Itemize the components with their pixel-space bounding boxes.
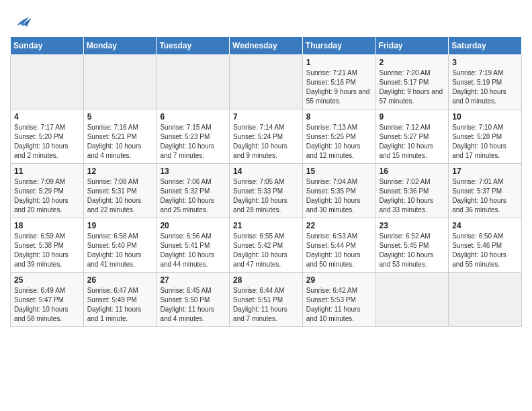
day-info: Sunrise: 6:45 AM Sunset: 5:50 PM Dayligh… [160, 286, 226, 324]
day-info: Sunrise: 6:56 AM Sunset: 5:41 PM Dayligh… [160, 232, 226, 269]
calendar-cell: 18Sunrise: 6:59 AM Sunset: 5:38 PM Dayli… [11, 218, 84, 273]
day-info: Sunrise: 6:55 AM Sunset: 5:42 PM Dayligh… [233, 232, 299, 269]
calendar-cell: 29Sunrise: 6:42 AM Sunset: 5:53 PM Dayli… [302, 273, 375, 327]
day-number: 15 [306, 167, 372, 176]
day-number: 6 [160, 112, 226, 122]
day-info: Sunrise: 7:08 AM Sunset: 5:31 PM Dayligh… [87, 177, 153, 215]
day-number: 24 [452, 221, 518, 230]
calendar-cell: 3Sunrise: 7:19 AM Sunset: 5:19 PM Daylig… [449, 55, 522, 109]
day-number: 25 [14, 275, 80, 285]
logo [10, 12, 33, 32]
calendar-cell: 8Sunrise: 7:13 AM Sunset: 5:25 PM Daylig… [302, 109, 375, 164]
calendar-week-row: 18Sunrise: 6:59 AM Sunset: 5:38 PM Dayli… [11, 218, 522, 273]
day-info: Sunrise: 7:13 AM Sunset: 5:25 PM Dayligh… [306, 123, 372, 161]
day-number: 11 [14, 167, 80, 176]
day-number: 21 [233, 221, 299, 230]
day-info: Sunrise: 6:59 AM Sunset: 5:38 PM Dayligh… [14, 232, 80, 269]
day-info: Sunrise: 7:04 AM Sunset: 5:35 PM Dayligh… [306, 177, 372, 215]
day-number: 5 [87, 112, 153, 122]
calendar-cell: 9Sunrise: 7:12 AM Sunset: 5:27 PM Daylig… [375, 109, 449, 164]
calendar-cell: 22Sunrise: 6:53 AM Sunset: 5:44 PM Dayli… [302, 218, 375, 273]
calendar-cell: 6Sunrise: 7:15 AM Sunset: 5:23 PM Daylig… [157, 109, 230, 164]
calendar-cell: 15Sunrise: 7:04 AM Sunset: 5:35 PM Dayli… [302, 164, 375, 218]
calendar-cell [11, 55, 84, 109]
day-info: Sunrise: 6:42 AM Sunset: 5:53 PM Dayligh… [306, 286, 372, 324]
day-info: Sunrise: 7:10 AM Sunset: 5:28 PM Dayligh… [452, 123, 518, 161]
day-number: 19 [87, 221, 153, 230]
day-info: Sunrise: 6:52 AM Sunset: 5:45 PM Dayligh… [380, 232, 445, 269]
day-number: 17 [452, 167, 518, 176]
day-number: 12 [87, 167, 153, 176]
calendar-cell: 16Sunrise: 7:02 AM Sunset: 5:36 PM Dayli… [375, 164, 449, 218]
day-info: Sunrise: 7:02 AM Sunset: 5:36 PM Dayligh… [380, 177, 445, 215]
day-info: Sunrise: 7:15 AM Sunset: 5:23 PM Dayligh… [160, 123, 226, 161]
calendar-cell [83, 55, 157, 109]
calendar-cell: 11Sunrise: 7:09 AM Sunset: 5:29 PM Dayli… [11, 164, 84, 218]
day-info: Sunrise: 7:01 AM Sunset: 5:37 PM Dayligh… [452, 177, 518, 215]
calendar-cell: 7Sunrise: 7:14 AM Sunset: 5:24 PM Daylig… [230, 109, 303, 164]
calendar-cell: 23Sunrise: 6:52 AM Sunset: 5:45 PM Dayli… [375, 218, 449, 273]
day-number: 26 [87, 275, 153, 285]
day-number: 29 [306, 275, 372, 285]
day-number: 20 [160, 221, 226, 230]
day-info: Sunrise: 6:49 AM Sunset: 5:47 PM Dayligh… [14, 286, 80, 324]
calendar-cell: 10Sunrise: 7:10 AM Sunset: 5:28 PM Dayli… [449, 109, 522, 164]
calendar-header-row: SundayMondayTuesdayWednesdayThursdayFrid… [11, 37, 522, 55]
day-number: 27 [160, 275, 226, 285]
calendar-cell [157, 55, 230, 109]
weekday-header: Friday [375, 37, 449, 55]
day-info: Sunrise: 6:58 AM Sunset: 5:40 PM Dayligh… [87, 232, 153, 269]
day-info: Sunrise: 7:19 AM Sunset: 5:19 PM Dayligh… [452, 68, 518, 106]
day-number: 8 [306, 112, 372, 122]
weekday-header: Tuesday [157, 37, 230, 55]
calendar-week-row: 1Sunrise: 7:21 AM Sunset: 5:16 PM Daylig… [11, 55, 522, 109]
day-number: 3 [452, 58, 518, 67]
day-number: 2 [380, 58, 445, 67]
day-number: 14 [233, 167, 299, 176]
calendar-cell: 25Sunrise: 6:49 AM Sunset: 5:47 PM Dayli… [11, 273, 84, 327]
day-number: 4 [14, 112, 80, 122]
calendar-week-row: 4Sunrise: 7:17 AM Sunset: 5:20 PM Daylig… [11, 109, 522, 164]
calendar-cell: 17Sunrise: 7:01 AM Sunset: 5:37 PM Dayli… [449, 164, 522, 218]
weekday-header: Thursday [302, 37, 375, 55]
day-info: Sunrise: 7:21 AM Sunset: 5:16 PM Dayligh… [306, 68, 372, 106]
calendar-cell: 5Sunrise: 7:16 AM Sunset: 5:21 PM Daylig… [83, 109, 157, 164]
calendar-cell: 24Sunrise: 6:50 AM Sunset: 5:46 PM Dayli… [449, 218, 522, 273]
day-info: Sunrise: 7:12 AM Sunset: 5:27 PM Dayligh… [380, 123, 445, 161]
weekday-header: Sunday [11, 37, 84, 55]
day-number: 18 [14, 221, 80, 230]
logo-bird-icon [13, 12, 33, 32]
calendar-cell: 19Sunrise: 6:58 AM Sunset: 5:40 PM Dayli… [83, 218, 157, 273]
day-info: Sunrise: 7:17 AM Sunset: 5:20 PM Dayligh… [14, 123, 80, 161]
day-info: Sunrise: 7:09 AM Sunset: 5:29 PM Dayligh… [14, 177, 80, 215]
day-info: Sunrise: 7:20 AM Sunset: 5:17 PM Dayligh… [380, 68, 445, 106]
calendar-cell: 20Sunrise: 6:56 AM Sunset: 5:41 PM Dayli… [157, 218, 230, 273]
calendar-cell: 12Sunrise: 7:08 AM Sunset: 5:31 PM Dayli… [83, 164, 157, 218]
calendar-cell: 4Sunrise: 7:17 AM Sunset: 5:20 PM Daylig… [11, 109, 84, 164]
day-number: 22 [306, 221, 372, 230]
day-info: Sunrise: 6:44 AM Sunset: 5:51 PM Dayligh… [233, 286, 299, 324]
calendar-cell: 14Sunrise: 7:05 AM Sunset: 5:33 PM Dayli… [230, 164, 303, 218]
day-number: 28 [233, 275, 299, 285]
day-info: Sunrise: 6:50 AM Sunset: 5:46 PM Dayligh… [452, 232, 518, 269]
day-number: 1 [306, 58, 372, 67]
calendar-cell: 26Sunrise: 6:47 AM Sunset: 5:49 PM Dayli… [83, 273, 157, 327]
day-number: 16 [380, 167, 445, 176]
calendar-table: SundayMondayTuesdayWednesdayThursdayFrid… [10, 36, 522, 327]
day-info: Sunrise: 7:05 AM Sunset: 5:33 PM Dayligh… [233, 177, 299, 215]
weekday-header: Saturday [449, 37, 522, 55]
calendar-cell: 28Sunrise: 6:44 AM Sunset: 5:51 PM Dayli… [230, 273, 303, 327]
calendar-cell [375, 273, 449, 327]
calendar-cell: 21Sunrise: 6:55 AM Sunset: 5:42 PM Dayli… [230, 218, 303, 273]
day-info: Sunrise: 6:53 AM Sunset: 5:44 PM Dayligh… [306, 232, 372, 269]
day-info: Sunrise: 7:06 AM Sunset: 5:32 PM Dayligh… [160, 177, 226, 215]
calendar-cell: 27Sunrise: 6:45 AM Sunset: 5:50 PM Dayli… [157, 273, 230, 327]
day-number: 23 [380, 221, 445, 230]
calendar-week-row: 11Sunrise: 7:09 AM Sunset: 5:29 PM Dayli… [11, 164, 522, 218]
weekday-header: Monday [83, 37, 157, 55]
calendar-week-row: 25Sunrise: 6:49 AM Sunset: 5:47 PM Dayli… [11, 273, 522, 327]
calendar-cell [449, 273, 522, 327]
weekday-header: Wednesday [230, 37, 303, 55]
day-info: Sunrise: 6:47 AM Sunset: 5:49 PM Dayligh… [87, 286, 153, 324]
calendar-cell: 2Sunrise: 7:20 AM Sunset: 5:17 PM Daylig… [375, 55, 449, 109]
